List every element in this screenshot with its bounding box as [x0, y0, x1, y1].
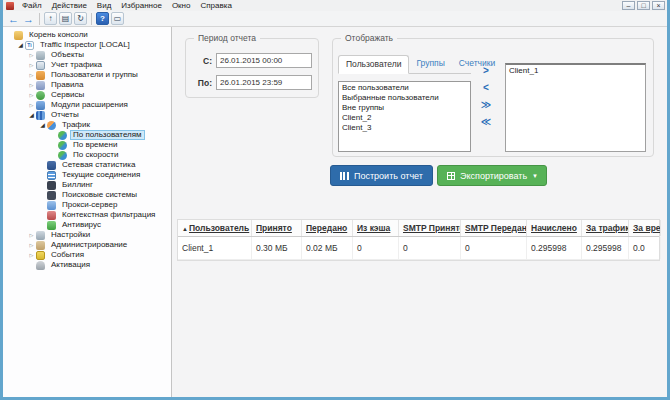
- show-tree-icon[interactable]: ▤: [59, 12, 72, 25]
- tree-expanded-arrow-icon[interactable]: ◢: [16, 40, 25, 50]
- window-icon[interactable]: ▭: [111, 12, 124, 25]
- column-header[interactable]: SMTP Передано: [461, 220, 527, 236]
- tree-item-label: Настройки: [48, 230, 93, 240]
- period-to-input[interactable]: [216, 75, 312, 90]
- tree-collapsed-arrow-icon[interactable]: ▷: [27, 50, 36, 60]
- menu-item[interactable]: Действие: [47, 1, 92, 10]
- forward-icon[interactable]: →: [22, 12, 35, 25]
- column-header[interactable]: Передано: [302, 220, 353, 236]
- display-tab[interactable]: Пользователи: [338, 55, 409, 74]
- tree-item[interactable]: ▷Пользователи и группы: [3, 70, 171, 80]
- list-item[interactable]: Выбранные пользователи: [339, 93, 470, 103]
- column-header[interactable]: SMTP Принято: [399, 220, 461, 236]
- move-all-left-button[interactable]: ≪: [481, 117, 491, 127]
- move-right-button[interactable]: >: [483, 66, 489, 76]
- column-header[interactable]: Начислено: [527, 220, 582, 236]
- tree-item[interactable]: ▷Объекты: [3, 50, 171, 60]
- report-users-icon: [58, 131, 67, 140]
- tree-item[interactable]: ◢Отчеты: [3, 110, 171, 120]
- tree-collapsed-arrow-icon[interactable]: ▷: [27, 60, 36, 70]
- restore-button[interactable]: □: [637, 1, 650, 10]
- tree-item[interactable]: ▷События: [3, 250, 171, 260]
- tree-item[interactable]: Активация: [3, 260, 171, 270]
- tree-expanded-arrow-icon[interactable]: ◢: [27, 110, 36, 120]
- tree-item[interactable]: По скорости: [3, 150, 171, 160]
- table-row[interactable]: Client_10.30 МБ0.02 МБ0000.2959980.29599…: [178, 237, 659, 260]
- search-engines-icon: [47, 191, 56, 200]
- tree-item[interactable]: ▷Администрирование: [3, 240, 171, 250]
- up-icon[interactable]: ↑: [44, 12, 57, 25]
- menu-item[interactable]: Вид: [92, 1, 116, 10]
- reports-icon: [36, 111, 45, 120]
- tree-collapsed-arrow-icon[interactable]: ▷: [27, 230, 36, 240]
- tree-item[interactable]: ◢TiTraffic Inspector [LOCAL]: [3, 40, 171, 50]
- tree-item[interactable]: ▷Правила: [3, 80, 171, 90]
- tree-item-label: Правила: [48, 80, 86, 90]
- tree-item[interactable]: Сетевая статистика: [3, 160, 171, 170]
- tree-item[interactable]: Антивирус: [3, 220, 171, 230]
- tree-collapsed-arrow-icon[interactable]: ▷: [27, 250, 36, 260]
- available-list[interactable]: Все пользователиВыбранные пользователиВн…: [338, 81, 471, 152]
- tree-item[interactable]: Биллинг: [3, 180, 171, 190]
- tree-item[interactable]: По времени: [3, 140, 171, 150]
- table-cell: 0.30 МБ: [252, 237, 302, 259]
- export-button[interactable]: Экспортировать ▾: [437, 165, 547, 186]
- list-item[interactable]: Client_1: [506, 66, 645, 76]
- tree-item[interactable]: ▷Настройки: [3, 230, 171, 240]
- column-header[interactable]: Из кэша: [353, 220, 399, 236]
- objects-icon: [36, 51, 45, 60]
- tree-item[interactable]: ▷Модули расширения: [3, 100, 171, 110]
- tree-item-label: Объекты: [48, 50, 87, 60]
- tree-item[interactable]: По пользователям: [3, 130, 171, 140]
- console-icon: [6, 2, 14, 10]
- tree-item[interactable]: Текущие соединения: [3, 170, 171, 180]
- column-header[interactable]: За трафик: [582, 220, 629, 236]
- list-item[interactable]: Client_3: [339, 123, 470, 133]
- move-left-button[interactable]: <: [483, 83, 489, 93]
- content-filter-icon: [47, 211, 56, 220]
- tree-item-label: Текущие соединения: [59, 170, 143, 180]
- tree-item[interactable]: Прокси-сервер: [3, 200, 171, 210]
- tree-expanded-arrow-icon[interactable]: ◢: [38, 120, 47, 130]
- tree-item[interactable]: Поисковые системы: [3, 190, 171, 200]
- menu-item[interactable]: Избранное: [116, 1, 167, 10]
- tree-item-label: Сетевая статистика: [59, 160, 138, 170]
- menu-bar-items: ФайлДействиеВидИзбранноеОкноСправка: [17, 1, 237, 10]
- minimize-button[interactable]: –: [622, 1, 635, 10]
- help-icon[interactable]: ?: [96, 12, 109, 25]
- tree-item-label: Активация: [48, 260, 93, 270]
- tree-item[interactable]: Корень консоли: [3, 30, 171, 40]
- tree-item[interactable]: ▷Учет трафика: [3, 60, 171, 70]
- column-header[interactable]: ▲Пользователь: [178, 220, 252, 236]
- tree-item-label: По времени: [70, 140, 120, 150]
- list-item[interactable]: Все пользователи: [339, 83, 470, 93]
- build-report-button[interactable]: Построить отчет: [330, 165, 433, 186]
- tree-item[interactable]: Контекстная фильтрация: [3, 210, 171, 220]
- period-from-input[interactable]: [216, 53, 312, 68]
- refresh-icon[interactable]: ↻: [74, 12, 87, 25]
- menu-item[interactable]: Файл: [17, 1, 47, 10]
- tree-collapsed-arrow-icon[interactable]: ▷: [27, 90, 36, 100]
- tree-collapsed-arrow-icon[interactable]: ▷: [27, 100, 36, 110]
- content-pane: Период отчета С: По: Отображать Пользова…: [172, 27, 667, 397]
- list-item[interactable]: Вне группы: [339, 103, 470, 113]
- tree-collapsed-arrow-icon[interactable]: ▷: [27, 240, 36, 250]
- menu-item[interactable]: Окно: [167, 1, 196, 10]
- tree-item[interactable]: ▷Сервисы: [3, 90, 171, 100]
- close-button[interactable]: ×: [652, 1, 665, 10]
- display-tab[interactable]: Группы: [409, 55, 451, 73]
- list-item[interactable]: Client_2: [339, 113, 470, 123]
- menu-item[interactable]: Справка: [195, 1, 236, 10]
- column-header[interactable]: Принято: [252, 220, 302, 236]
- tree-item[interactable]: ◢Трафик: [3, 120, 171, 130]
- tree-collapsed-arrow-icon[interactable]: ▷: [27, 80, 36, 90]
- column-header[interactable]: За время: [629, 220, 661, 236]
- period-to-label: По:: [192, 78, 212, 88]
- tree-collapsed-arrow-icon[interactable]: ▷: [27, 70, 36, 80]
- move-all-right-button[interactable]: ≫: [481, 100, 491, 110]
- tree-item-label: Антивирус: [59, 220, 104, 230]
- back-icon[interactable]: ←: [7, 12, 20, 25]
- report-period-title: Период отчета: [194, 33, 260, 43]
- proxy-icon: [47, 201, 56, 210]
- selected-list[interactable]: Client_1: [505, 63, 646, 152]
